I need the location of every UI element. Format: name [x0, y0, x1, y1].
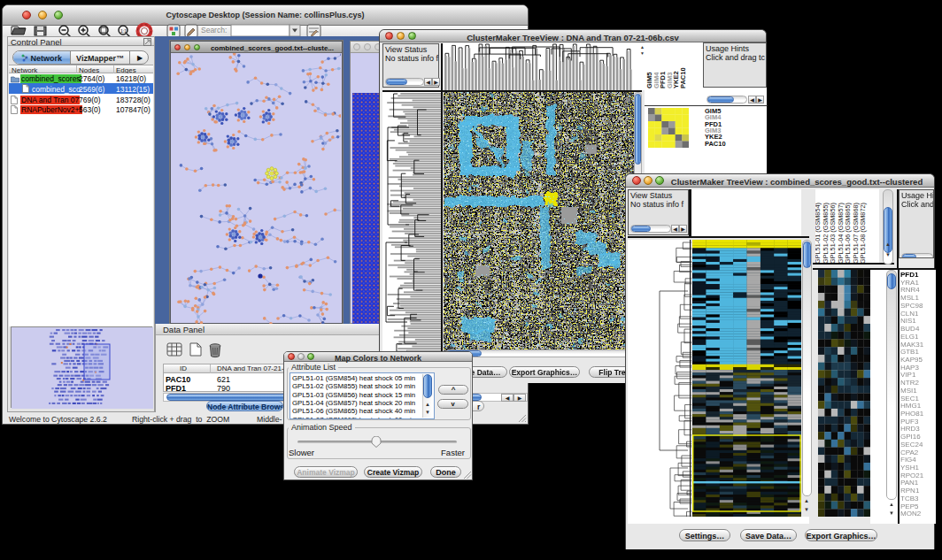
svg-text:GPL51-08 (GSM872): GPL51-08 (GSM872): [859, 203, 867, 264]
svg-text:1:1: 1:1: [120, 28, 127, 34]
svg-text:Search:: Search:: [201, 26, 227, 35]
svg-text:PAC10: PAC10: [679, 67, 687, 88]
